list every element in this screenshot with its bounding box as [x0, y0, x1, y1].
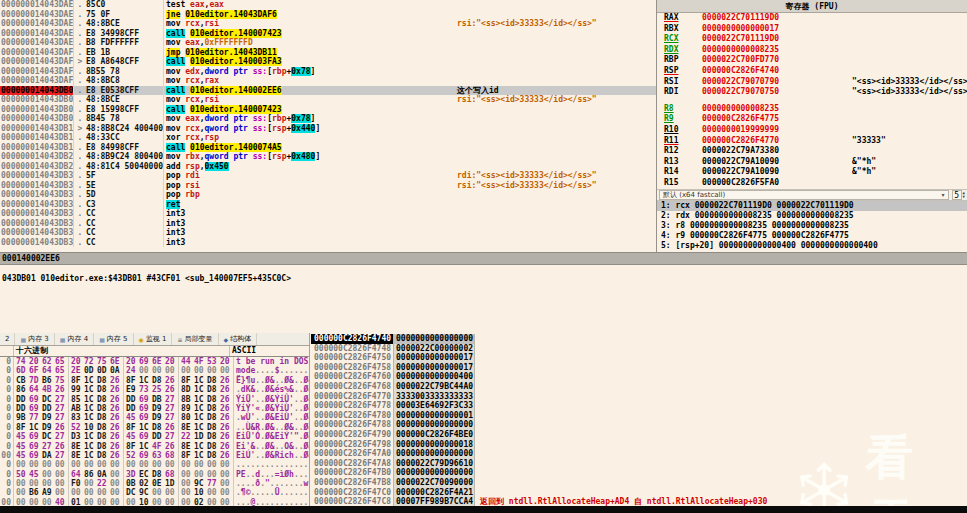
- dump-row[interactable]: 0456927268E1CD8268F1C4F268E1CD826Ei'&..Ø…: [0, 442, 309, 451]
- register-value[interactable]: 0000022C701119D0: [702, 13, 852, 24]
- stack-row[interactable]: 000000C2826F47703333003333333333: [311, 392, 967, 402]
- disasm-row[interactable]: 000000014043DB31.5Epop rsirsi:"<ss><id>3…: [0, 181, 656, 191]
- register-value[interactable]: 0000022C79A73380: [702, 146, 852, 157]
- dump-tab[interactable]: ▦内存 3: [15, 333, 54, 345]
- register-row[interactable]: RCX0000022C701119D0: [657, 34, 967, 45]
- dump-row[interactable]: 0CB7DB6758F1CD8268F1CD8268F1CD826Ë}¶u..Ø…: [0, 376, 309, 385]
- dump-tab[interactable]: ▦内存 5: [94, 333, 133, 345]
- register-row[interactable]: RDX0000000000008235: [657, 45, 967, 56]
- stack-row[interactable]: 000000C2826F47980000000000000018: [311, 440, 967, 450]
- stack-row[interactable]: 000000C2826F47500000000000000017: [311, 353, 967, 363]
- stack-row[interactable]: 000000C2826F47400000000000000000: [311, 334, 967, 344]
- register-value[interactable]: 0000022C700FD770: [702, 55, 852, 66]
- register-row[interactable]: R80000000000008235: [657, 104, 967, 115]
- disasm-row[interactable]: 000000014043DB33.C3ret: [0, 200, 656, 210]
- disasm-row[interactable]: 000000014043DB35.CCint3: [0, 219, 656, 229]
- dump-row[interactable]: 09B77D927831CD8264569D927801CD826.wÙ'..Ø…: [0, 413, 309, 422]
- stack-row[interactable]: 000000C2826F47A80000022C79D96610: [311, 459, 967, 469]
- dump-tab[interactable]: 2: [0, 333, 15, 345]
- register-value[interactable]: 0000000000000017: [702, 24, 852, 35]
- stack-row[interactable]: 000000C2826F47A00000000000000000: [311, 449, 967, 459]
- register-row[interactable]: R9000000C2826F4775: [657, 114, 967, 125]
- stack-row[interactable]: 000000C2826F47B80000022C70090000: [311, 478, 967, 488]
- register-value[interactable]: 0000000000008235: [702, 104, 852, 115]
- register-value[interactable]: 000000C2826F4775: [702, 114, 852, 125]
- register-value[interactable]: 0000022C79A10090: [702, 167, 852, 178]
- disasm-row[interactable]: 000000014043DAF4.EB 1Bjmp 010editor.1404…: [0, 48, 656, 58]
- stack-row[interactable]: 000000C2826F4790000000C2826F4BE0: [311, 430, 967, 440]
- register-row[interactable]: RSP000000C2826F4740: [657, 66, 967, 77]
- stack-row[interactable]: 000000C2826F47580000000000000017: [311, 363, 967, 373]
- register-value[interactable]: 000000C2826F4740: [702, 66, 852, 77]
- disasm-row[interactable]: 000000014043DB34.CCint3: [0, 209, 656, 219]
- dump-row[interactable]: 0DD69DD27AB1CD826DD69D927891CD826ÝiÝ'«.Ø…: [0, 404, 309, 413]
- disasm-row[interactable]: 000000014043DB32.5Dpop rbp: [0, 190, 656, 200]
- register-value[interactable]: 0000000000008235: [702, 45, 852, 56]
- stack-row[interactable]: 000000C2826F47800000000000000001: [311, 411, 967, 421]
- register-row[interactable]: R140000022C79A10090&"*h": [657, 167, 967, 178]
- dump-row[interactable]: 000B6A90000000000DC9C000000100000.¶©....…: [0, 488, 309, 497]
- dump-row[interactable]: 004569DA278E1CD826526963688F1CD826EiÚ'..…: [0, 451, 309, 460]
- dump-row[interactable]: 0742062652072756E20696E20444F5320t be ru…: [0, 357, 309, 366]
- spinner-arrows-icon[interactable]: ▲▼: [963, 191, 965, 199]
- register-value[interactable]: 0000022C79070790: [702, 77, 852, 88]
- register-row[interactable]: RSI0000022C79070790"<ss><id>33333</id></…: [657, 77, 967, 88]
- dump-row[interactable]: 000000000000000000000000000000000.......…: [0, 460, 309, 469]
- register-value[interactable]: 000000C2826F5FA0: [702, 178, 852, 189]
- register-row[interactable]: RBX0000000000000017: [657, 24, 967, 35]
- stack-row[interactable]: 000000C2826F47680000022C79BC44A0: [311, 382, 967, 392]
- stack-row[interactable]: 000000C2826F477800003E64692F3C33: [311, 401, 967, 411]
- register-row[interactable]: RAX0000022C701119D0: [657, 13, 967, 24]
- stack-row[interactable]: 000000C2826F47600000000000000400: [311, 372, 967, 382]
- dump-row[interactable]: 04569DC27D31CD8264569DD27221DD826EiÜ'Ó.Ø…: [0, 432, 309, 441]
- disasm-row[interactable]: 000000014043DB29.48:81C4 50040000add rsp…: [0, 162, 656, 172]
- disasm-row[interactable]: 000000014043DB19.48:33CCxor rcx,rsp: [0, 133, 656, 143]
- dump-tab[interactable]: ≡局部变量: [172, 333, 218, 345]
- argument-row[interactable]: 2: rdx 0000000000008235 0000000000008235: [657, 211, 967, 221]
- argument-row[interactable]: 3: r8 0000000000008235 0000000000008235: [657, 221, 967, 231]
- register-row[interactable]: RBP0000022C700FD770: [657, 55, 967, 66]
- disasm-row[interactable]: 000000014043DB37.CCint3: [0, 238, 656, 248]
- stack-row[interactable]: 000000C2826F47C0000000C2826F4A21: [311, 488, 967, 498]
- disasm-row[interactable]: 000000014043DAFE.48:8BC8mov rcx,rax: [0, 76, 656, 86]
- register-value[interactable]: 0000000019999999: [702, 125, 852, 136]
- dump-row[interactable]: 086644B26991CD826E97325268D1CD826.dK&..Ø…: [0, 385, 309, 394]
- disasm-row[interactable]: 000000014043DAE3.85C0test eax,eax: [0, 0, 656, 10]
- dump-tab[interactable]: ◉监视 1: [134, 333, 173, 345]
- register-row[interactable]: R130000022C79A10090&"*h": [657, 157, 967, 168]
- disasm-row[interactable]: 000000014043DAFB.8B55 78mov edx,dword pt…: [0, 67, 656, 77]
- dump-row[interactable]: 05045000064860A003DECD86800000000PE..d..…: [0, 470, 309, 479]
- stack-row[interactable]: 000000C2826F47480000022C00000002: [311, 344, 967, 354]
- disasm-row[interactable]: 000000014043DB01.E8 E0538CFFcall 010edit…: [0, 86, 656, 96]
- register-row[interactable]: R11000000C2826F4770"33333": [657, 136, 967, 147]
- argument-row[interactable]: 5: [rsp+20] 0000000000000400 00000000000…: [657, 241, 967, 251]
- dump-row[interactable]: 0DD69DC27851CD826DD69DB278B1CD826ÝiÜ'..Ø…: [0, 395, 309, 404]
- disasm-row[interactable]: 000000014043DAF6>E8 A8648CFFcall 010edit…: [0, 57, 656, 67]
- dump-tab[interactable]: ◆结构体: [219, 333, 258, 345]
- register-row[interactable]: R100000000019999999: [657, 125, 967, 136]
- disasm-row[interactable]: 000000014043DAEA.E8 34998CFFcall 010edit…: [0, 29, 656, 39]
- register-row[interactable]: R120000022C79A73380: [657, 146, 967, 157]
- disasm-row[interactable]: 000000014043DAE5.75 0Fjne 010editor.1404…: [0, 10, 656, 20]
- disasm-row[interactable]: 000000014043DB09.E8 15998CFFcall 010edit…: [0, 105, 656, 115]
- disasm-row[interactable]: 000000014043DB0E.8B45 78mov eax,dword pt…: [0, 114, 656, 124]
- argument-row[interactable]: 4: r9 000000C2826F4775 000000C2826F4775: [657, 231, 967, 241]
- register-value[interactable]: 000000C2826F4770: [702, 136, 852, 147]
- disasm-row[interactable]: 000000014043DAE7.48:8BCEmov rcx,rsirsi:"…: [0, 19, 656, 29]
- argument-row[interactable]: 1: rcx 0000022C701119D0 0000022C701119D0: [657, 201, 967, 211]
- register-row[interactable]: RDI0000022C79070750"<ss><id>33333</id></…: [657, 87, 967, 98]
- disasm-row[interactable]: 000000014043DB30.5Fpop rdirdi:"<ss><id>3…: [0, 171, 656, 181]
- register-value[interactable]: 0000022C701119D0: [702, 34, 852, 45]
- disasm-row[interactable]: 000000014043DAEF.B8 FDFFFFFFmov eax,0xFF…: [0, 38, 656, 48]
- disasm-row[interactable]: 000000014043DB36.CCint3: [0, 228, 656, 238]
- register-value[interactable]: 0000022C79A10090: [702, 157, 852, 168]
- dump-row[interactable]: 08F1CD9265210D8268F1CD8268E1CD826..Ù&R.Ø…: [0, 423, 309, 432]
- stack-row[interactable]: 000000C2826F47B00000000000000000: [311, 468, 967, 478]
- calling-convention-select[interactable]: 默认 (x64 fastcall) ▾: [659, 190, 949, 200]
- dump-row[interactable]: 06D6F64652E0D0D0A2400000000000000mode...…: [0, 366, 309, 375]
- dump-tab[interactable]: ▦内存 4: [55, 333, 94, 345]
- disasm-row[interactable]: 000000014043DB1C.E8 84998CFFcall 010edit…: [0, 143, 656, 153]
- register-value[interactable]: 0000022C79070750: [702, 87, 852, 98]
- disasm-row[interactable]: 000000014043DB21.48:8B9C24 8004000mov rb…: [0, 152, 656, 162]
- disasm-row[interactable]: 000000014043DB06.48:8BCEmov rcx,rsirsi:"…: [0, 95, 656, 105]
